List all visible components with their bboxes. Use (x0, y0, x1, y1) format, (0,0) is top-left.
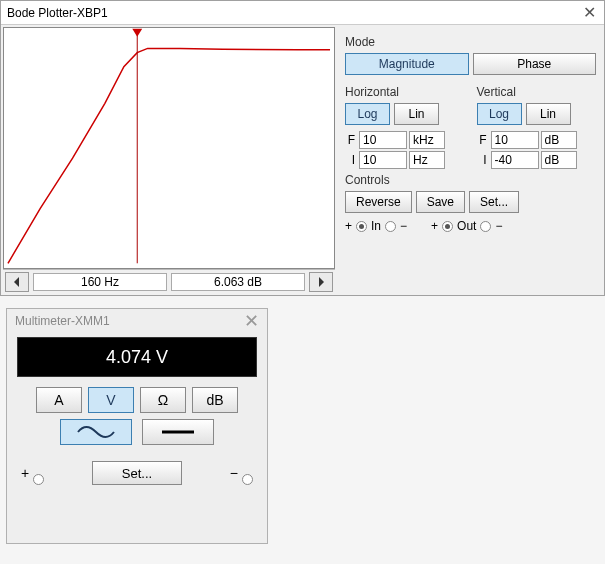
mode-db-button[interactable]: dB (192, 387, 238, 413)
horiz-f-label: F (345, 133, 357, 147)
vert-i-label: I (477, 153, 489, 167)
set-button[interactable]: Set... (469, 191, 519, 213)
horiz-lin-button[interactable]: Lin (394, 103, 439, 125)
cursor-left-button[interactable] (5, 272, 29, 292)
bode-plot-area[interactable] (3, 27, 335, 269)
mode-volts-button[interactable]: V (88, 387, 134, 413)
controls-label: Controls (345, 173, 596, 187)
bode-titlebar: Bode Plotter-XBP1 ✕ (1, 1, 604, 25)
minus-terminal-label: − (230, 465, 238, 481)
multimeter-display: 4.074 V (17, 337, 257, 377)
in-label: In (371, 219, 381, 233)
sine-wave-icon (76, 425, 116, 439)
mode-ohms-button[interactable]: Ω (140, 387, 186, 413)
in-minus-terminal[interactable] (385, 221, 396, 232)
horiz-i-input[interactable] (359, 151, 407, 169)
bode-plotter-window: Bode Plotter-XBP1 ✕ 160 Hz 6.063 dB Mode (0, 0, 605, 296)
bode-plot-svg (4, 28, 334, 268)
vert-i-unit: dB (541, 151, 577, 169)
close-icon[interactable]: ✕ (583, 3, 596, 22)
vert-f-input[interactable] (491, 131, 539, 149)
multimeter-set-button[interactable]: Set... (92, 461, 182, 485)
minus-label-out: − (495, 219, 502, 233)
vert-i-input[interactable] (491, 151, 539, 169)
close-icon[interactable]: ✕ (244, 310, 259, 332)
bode-title-text: Bode Plotter-XBP1 (7, 6, 598, 20)
minus-label: − (400, 219, 407, 233)
mode-phase-button[interactable]: Phase (473, 53, 597, 75)
out-minus-terminal[interactable] (480, 221, 491, 232)
horizontal-label: Horizontal (345, 85, 465, 99)
plus-terminal[interactable] (33, 474, 44, 485)
plus-label: + (345, 219, 352, 233)
mode-magnitude-button[interactable]: Magnitude (345, 53, 469, 75)
horiz-f-unit: kHz (409, 131, 445, 149)
out-label: Out (457, 219, 476, 233)
mode-amps-button[interactable]: A (36, 387, 82, 413)
dc-line-icon (158, 425, 198, 439)
vert-log-button[interactable]: Log (477, 103, 522, 125)
readout-magnitude: 6.063 dB (171, 273, 305, 291)
horiz-i-label: I (345, 153, 357, 167)
horiz-log-button[interactable]: Log (345, 103, 390, 125)
mode-label: Mode (345, 35, 596, 49)
vert-lin-button[interactable]: Lin (526, 103, 571, 125)
plot-panel: 160 Hz 6.063 dB (1, 25, 337, 295)
vertical-label: Vertical (477, 85, 597, 99)
vert-f-unit: dB (541, 131, 577, 149)
plus-terminal-label: + (21, 465, 29, 481)
cursor-right-button[interactable] (309, 272, 333, 292)
readout-frequency: 160 Hz (33, 273, 167, 291)
vert-f-label: F (477, 133, 489, 147)
ac-mode-button[interactable] (60, 419, 132, 445)
dc-mode-button[interactable] (142, 419, 214, 445)
in-plus-terminal[interactable] (356, 221, 367, 232)
out-plus-terminal[interactable] (442, 221, 453, 232)
horiz-f-input[interactable] (359, 131, 407, 149)
multimeter-titlebar: Multimeter-XMM1 ✕ (7, 309, 267, 333)
minus-terminal[interactable] (242, 474, 253, 485)
controls-panel: Mode Magnitude Phase Horizontal Log Lin … (337, 25, 604, 295)
reverse-button[interactable]: Reverse (345, 191, 412, 213)
multimeter-window: Multimeter-XMM1 ✕ 4.074 V A V Ω dB + Set… (6, 308, 268, 544)
multimeter-title-text: Multimeter-XMM1 (15, 314, 110, 328)
plus-label-out: + (431, 219, 438, 233)
save-button[interactable]: Save (416, 191, 465, 213)
horiz-i-unit: Hz (409, 151, 445, 169)
